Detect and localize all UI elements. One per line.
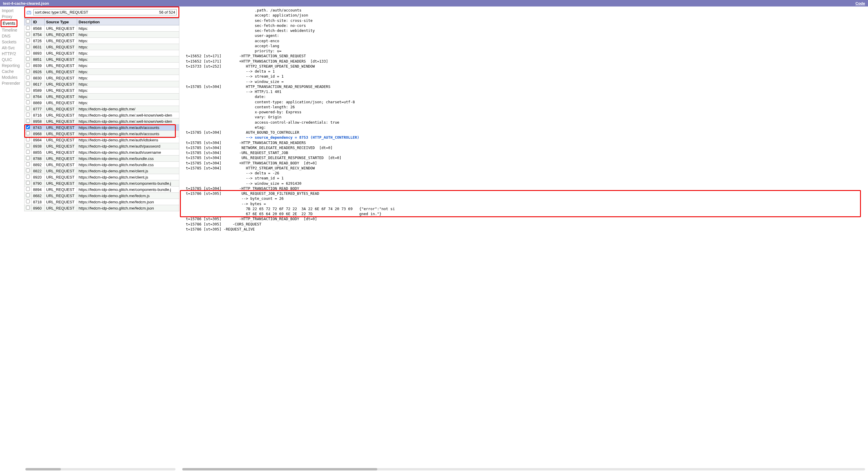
cell-desc: https://fedcm-idp-demo.glitch.me/auth/id… xyxy=(77,137,179,143)
cell-type: URL_REQUEST xyxy=(44,131,77,137)
cell-id: 8926 xyxy=(32,69,44,75)
sidebar-item-dns[interactable]: DNS xyxy=(2,33,24,39)
sidebar-item-reporting[interactable]: Reporting xyxy=(2,63,24,68)
code-link[interactable]: Code xyxy=(856,1,865,6)
detail-line: 67 6E 65 64 20 69 6E 2E 22 7D gned in."} xyxy=(186,211,381,216)
row-checkbox[interactable] xyxy=(26,119,30,123)
cell-type: URL_REQUEST xyxy=(44,38,77,44)
cell-id: 8617 xyxy=(32,81,44,87)
select-all-checkbox[interactable] xyxy=(26,20,30,23)
sidebar-item-modules[interactable]: Modules xyxy=(2,74,24,80)
sidebar-item-alt-svc[interactable]: Alt-Svc xyxy=(2,45,24,51)
table-row[interactable]: 8892URL_REQUESThttps://fedcm-idp-demo.gl… xyxy=(25,162,179,168)
table-row[interactable]: 8589URL_REQUESThttps: xyxy=(25,87,179,94)
detail-panel[interactable]: .path. /auth/accounts accept: applicatio… xyxy=(179,6,868,471)
sidebar-item-cache[interactable]: Cache xyxy=(2,68,24,74)
row-checkbox[interactable] xyxy=(26,69,30,73)
table-row[interactable]: 8754URL_REQUESThttps: xyxy=(25,32,179,38)
table-row[interactable]: 8938URL_REQUESThttps://fedcm-idp-demo.gl… xyxy=(25,143,179,149)
table-row[interactable]: 8926URL_REQUESThttps: xyxy=(25,69,179,75)
sidebar-item-prerender[interactable]: Prerender xyxy=(2,80,24,86)
sidebar-item-events[interactable]: Events xyxy=(3,20,16,26)
row-checkbox[interactable] xyxy=(26,187,30,191)
row-checkbox[interactable] xyxy=(26,162,30,166)
row-checkbox[interactable] xyxy=(26,106,30,110)
help-link[interactable]: (?) xyxy=(26,10,32,14)
row-checkbox[interactable] xyxy=(26,131,30,135)
row-checkbox[interactable] xyxy=(26,63,30,67)
row-checkbox[interactable] xyxy=(26,125,30,129)
table-row[interactable]: 8939URL_REQUESThttps: xyxy=(25,63,179,69)
cell-desc: https: xyxy=(77,81,179,87)
table-row[interactable]: 8568URL_REQUESThttps: xyxy=(25,25,179,32)
row-checkbox[interactable] xyxy=(26,193,30,197)
row-checkbox[interactable] xyxy=(26,175,30,178)
table-row[interactable]: 8958URL_REQUESThttps://fedcm-idp-demo.gl… xyxy=(25,119,179,125)
events-table-wrap[interactable]: ID Source Type Description 8568URL_REQUE… xyxy=(24,18,179,471)
table-row[interactable]: 8764URL_REQUESThttps: xyxy=(25,94,179,100)
table-row[interactable]: 8960URL_REQUESThttps://fedcm-idp-demo.gl… xyxy=(25,205,179,211)
table-row[interactable]: 8726URL_REQUESThttps: xyxy=(25,38,179,44)
row-checkbox[interactable] xyxy=(26,181,30,185)
filter-text-input[interactable] xyxy=(35,10,157,14)
row-checkbox[interactable] xyxy=(26,57,30,61)
table-row[interactable]: 8855URL_REQUESThttps://fedcm-idp-demo.gl… xyxy=(25,149,179,156)
table-row[interactable]: 8851URL_REQUESThttps: xyxy=(25,56,179,63)
table-row[interactable]: 8893URL_REQUESThttps: xyxy=(25,50,179,56)
sidebar-item-timeline[interactable]: Timeline xyxy=(2,27,24,33)
detail-line: content-length: 26 xyxy=(186,105,295,109)
cell-type: URL_REQUEST xyxy=(44,69,77,75)
detail-line: --> window_size = xyxy=(186,79,284,84)
left-hscroll-thumb[interactable] xyxy=(25,468,61,470)
cell-type: URL_REQUEST xyxy=(44,168,77,174)
sidebar-item-proxy[interactable]: Proxy xyxy=(2,13,24,20)
sidebar-item-quic[interactable]: QUIC xyxy=(2,57,24,63)
row-checkbox[interactable] xyxy=(26,137,30,141)
row-checkbox[interactable] xyxy=(26,94,30,98)
sidebar-item-http-2[interactable]: HTTP/2 xyxy=(2,51,24,57)
table-row[interactable]: 8617URL_REQUESThttps: xyxy=(25,81,179,87)
row-checkbox[interactable] xyxy=(26,26,30,30)
row-checkbox[interactable] xyxy=(26,144,30,147)
cell-desc: https: xyxy=(77,25,179,32)
table-row[interactable]: 8743URL_REQUESThttps://fedcm-idp-demo.gl… xyxy=(25,125,179,131)
row-checkbox[interactable] xyxy=(26,51,30,55)
row-checkbox[interactable] xyxy=(26,75,30,79)
table-row[interactable]: 8716URL_REQUESThttps://fedcm-idp-demo.gl… xyxy=(25,112,179,119)
table-row[interactable]: 8631URL_REQUESThttps: xyxy=(25,44,179,50)
row-checkbox[interactable] xyxy=(26,156,30,160)
cell-desc: https: xyxy=(77,69,179,75)
table-row[interactable]: 8984URL_REQUESThttps://fedcm-idp-demo.gl… xyxy=(25,137,179,143)
row-checkbox[interactable] xyxy=(26,32,30,36)
cell-id: 8790 xyxy=(32,180,44,187)
row-checkbox[interactable] xyxy=(26,82,30,86)
table-row[interactable]: 8920URL_REQUESThttps://fedcm-idp-demo.gl… xyxy=(25,174,179,180)
detail-line: 7B 22 65 72 72 6F 72 22 3A 22 6E 6F 74 2… xyxy=(186,207,395,211)
sidebar-item-import[interactable]: Import xyxy=(2,8,24,13)
detail-line: date: xyxy=(186,95,266,99)
row-checkbox[interactable] xyxy=(26,38,30,42)
row-checkbox[interactable] xyxy=(26,44,30,48)
table-row[interactable]: 8788URL_REQUESThttps://fedcm-idp-demo.gl… xyxy=(25,156,179,162)
row-checkbox[interactable] xyxy=(26,113,30,116)
table-row[interactable]: 8822URL_REQUESThttps://fedcm-idp-demo.gl… xyxy=(25,168,179,174)
table-row[interactable]: 8869URL_REQUESThttps: xyxy=(25,100,179,106)
row-checkbox[interactable] xyxy=(26,100,30,104)
row-checkbox[interactable] xyxy=(26,200,30,203)
cell-type: URL_REQUEST xyxy=(44,205,77,211)
table-row[interactable]: 8790URL_REQUESThttps://fedcm-idp-demo.gl… xyxy=(25,180,179,187)
detail-line: t=15785 [st=304] HTTP2_STREAM_UPDATE_REC… xyxy=(186,166,315,170)
table-row[interactable]: 8777URL_REQUESThttps://fedcm-idp-demo.gl… xyxy=(25,106,179,112)
table-row[interactable]: 8682URL_REQUESThttps://fedcm-idp-demo.gl… xyxy=(25,193,179,199)
table-row[interactable]: 8830URL_REQUESThttps: xyxy=(25,75,179,81)
table-row[interactable]: 8718URL_REQUESThttps://fedcm-idp-demo.gl… xyxy=(25,199,179,205)
row-checkbox[interactable] xyxy=(26,169,30,172)
table-row[interactable]: 8894URL_REQUESThttps://fedcm-idp-demo.gl… xyxy=(25,187,179,193)
row-checkbox[interactable] xyxy=(26,206,30,209)
row-checkbox[interactable] xyxy=(26,88,30,92)
table-row[interactable]: 8968URL_REQUESThttps://fedcm-idp-demo.gl… xyxy=(25,131,179,137)
right-hscroll-thumb[interactable] xyxy=(182,468,377,470)
row-checkbox[interactable] xyxy=(26,150,30,154)
titlebar: test-4-cache-cleared.json Code xyxy=(0,0,868,6)
sidebar-item-sockets[interactable]: Sockets xyxy=(2,39,24,45)
